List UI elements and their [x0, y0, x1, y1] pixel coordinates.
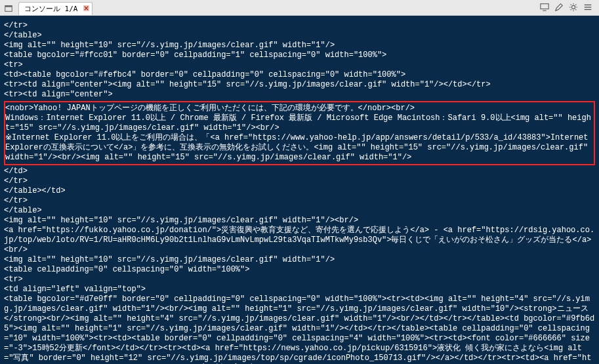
- code-line: <tr><td align="center"><img alt="" heigh…: [4, 80, 491, 89]
- code-line: ※Internet Explorer 11.0以上をご利用の場合は、「<a hr…: [5, 133, 593, 162]
- code-line: </tr>: [4, 196, 28, 205]
- tab-bar: コンソール 1/A: [0, 0, 599, 16]
- code-output: </tr> </table> <img alt="" height="10" s…: [0, 16, 599, 364]
- svg-point-5: [571, 5, 575, 9]
- code-line: </table>: [4, 206, 42, 215]
- highlighted-block: <nobr>Yahoo! JAPANトップページの機能を正しくご利用いただくには…: [4, 101, 595, 165]
- code-line: <tr>: [4, 275, 23, 284]
- code-line: Windows：Internet Explorer 11.0以上 / Chrom…: [5, 113, 591, 132]
- tab-label: コンソール 1/A: [24, 4, 78, 14]
- code-line: <td align="left" valign="top">: [4, 285, 146, 294]
- app-menu-icon[interactable]: [3, 3, 14, 14]
- code-line: </table></td>: [4, 186, 66, 195]
- menu-icon[interactable]: [583, 2, 592, 14]
- gear-icon[interactable]: [569, 2, 578, 14]
- close-icon[interactable]: [83, 5, 89, 13]
- code-line: <img alt="" height="10" src="//s.yimg.jp…: [4, 41, 335, 50]
- code-line: </table>: [4, 31, 42, 40]
- code-line: <table bgcolor="#ffcc01" border="0" cell…: [4, 51, 386, 60]
- code-line: </tr>: [4, 176, 28, 186]
- svg-rect-1: [5, 5, 12, 7]
- console-viewport[interactable]: </tr> </table> <img alt="" height="10" s…: [0, 16, 599, 364]
- code-line: <a href="https://fukko.yahoo.co.jp/donat…: [4, 226, 594, 254]
- code-line: <table cellpadding="0" cellspacing="0" w…: [4, 265, 249, 274]
- code-line: </tr>: [4, 21, 28, 30]
- monitor-icon[interactable]: [540, 2, 549, 14]
- tab-console-1a[interactable]: コンソール 1/A: [18, 2, 93, 15]
- code-line: <tr><td align="center">: [4, 90, 113, 99]
- edit-icon[interactable]: [554, 2, 564, 14]
- svg-rect-3: [541, 4, 548, 9]
- code-line: <tr>: [4, 60, 23, 70]
- code-line: <td><table bgcolor="#fefbc4" border="0" …: [4, 70, 405, 79]
- code-line: <img alt="" height="10" src="//s.yimg.jp…: [4, 255, 335, 264]
- code-line: <table bgcolor="#d7e0ff" border="0" cell…: [4, 294, 594, 364]
- toolbar-right: [540, 2, 596, 14]
- code-line: </td>: [4, 167, 28, 176]
- code-line: <img alt="" height="10" src="//s.yimg.jp…: [4, 216, 358, 225]
- code-line: <nobr>Yahoo! JAPANトップページの機能を正しくご利用いただくには…: [5, 104, 415, 113]
